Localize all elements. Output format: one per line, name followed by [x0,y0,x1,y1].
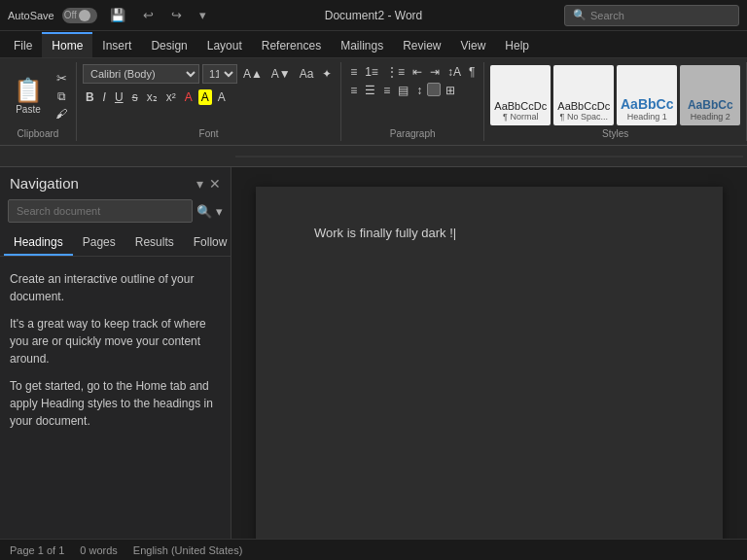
nav-info-1: Create an interactive outline of your do… [10,270,221,305]
nav-search-button[interactable]: 🔍 [196,204,212,219]
clipboard-content: 📋 Paste ✂ ⧉ 🖌 [6,64,70,126]
ruler-area [231,149,747,164]
change-case-button[interactable]: Aa [297,66,317,82]
format-painter-button[interactable]: 🖌 [53,106,70,122]
copy-button[interactable]: ⧉ [53,88,70,104]
font-family-select[interactable]: Calibri (Body) [83,64,199,84]
ribbon-tabs: File Home Insert Design Layout Reference… [0,31,747,58]
decrease-font-button[interactable]: A▼ [268,66,294,82]
clipboard-label: Clipboard [6,126,70,139]
style-h2-label: Heading 2 [691,112,730,122]
text-effect-button[interactable]: A [215,89,229,105]
undo-icon[interactable]: ↩ [138,6,159,24]
nav-search-dropdown[interactable]: ▾ [216,204,223,219]
paragraph-label: Paragraph [347,126,478,139]
customize-icon[interactable]: ▾ [195,6,211,24]
para-bottom-row: ≡ ☰ ≡ ▤ ↕ ⊞ [347,83,478,98]
bold-button[interactable]: B [83,89,97,105]
style-heading1[interactable]: AaBbCc Heading 1 [617,65,677,125]
redo-icon[interactable]: ↪ [166,6,187,24]
strikethrough-button[interactable]: s [129,89,141,105]
justify-button[interactable]: ▤ [395,83,411,98]
style-h1-preview: AaBbCc [621,96,673,112]
para-top-row: ≡ 1≡ ⋮≡ ⇤ ⇥ ↕A ¶ [347,64,478,80]
line-spacing-button[interactable]: ↕ [413,83,425,98]
cut-button[interactable]: ✂ [53,70,70,87]
document-text[interactable]: Work is finally fully dark ! [314,226,456,240]
nav-tab-results[interactable]: Results [125,230,184,256]
ribbon: 📋 Paste ✂ ⧉ 🖌 Clipboard Calibri (Body) 1… [0,58,747,146]
subscript-button[interactable]: x₂ [144,89,160,105]
title-bar-right: 🔍 Search [564,5,739,26]
tab-mailings[interactable]: Mailings [331,32,393,57]
page-info: Page 1 of 1 [10,544,64,556]
tab-home[interactable]: Home [42,32,92,57]
tab-help[interactable]: Help [495,32,539,57]
nav-tab-follow[interactable]: Follow [184,230,237,256]
paste-icon: 📋 [14,77,43,104]
clear-format-button[interactable]: ✦ [319,66,335,82]
tab-insert[interactable]: Insert [92,32,141,57]
tab-review[interactable]: Review [393,32,450,57]
align-center-button[interactable]: ☰ [362,83,378,98]
search-icon: 🔍 [573,9,587,21]
language: English (United States) [133,544,243,556]
font-size-select[interactable]: 11 [202,64,237,84]
nav-title: Navigation [10,175,79,192]
align-right-button[interactable]: ≡ [380,83,393,98]
font-controls: Calibri (Body) 11 A▲ A▼ Aa ✦ B I U s x₂ … [83,64,335,126]
nav-menu-button[interactable]: ▾ [196,176,203,192]
font-color-button[interactable]: A [182,89,196,105]
nav-tabs: Headings Pages Results Follow [0,230,231,257]
document-area[interactable]: Work is finally fully dark ! [231,167,747,560]
document-page[interactable]: Work is finally fully dark ! [256,187,723,560]
superscript-button[interactable]: x² [163,89,179,105]
style-normal-preview: AaBbCcDc [494,100,547,112]
show-marks-button[interactable]: ¶ [466,64,478,80]
italic-button[interactable]: I [100,89,109,105]
highlight-button[interactable]: A [198,89,212,105]
tab-design[interactable]: Design [141,32,196,57]
tab-file[interactable]: File [4,32,42,57]
increase-indent-button[interactable]: ⇥ [427,64,443,80]
style-h2-preview: AaBbCc [688,98,733,112]
bullets-button[interactable]: ≡ [347,64,360,80]
tab-references[interactable]: References [252,32,331,57]
style-nospace-preview: AaBbCcDc [557,100,610,112]
word-count: 0 words [80,544,118,556]
font-bottom-row: B I U s x₂ x² A A A [83,89,335,105]
numbering-button[interactable]: 1≡ [362,64,381,80]
nav-tab-headings[interactable]: Headings [4,230,73,256]
save-icon[interactable]: 💾 [105,6,130,24]
styles-label: Styles [490,126,740,139]
style-nospace[interactable]: AaBbCcDc ¶ No Spac... [553,65,614,125]
title-search-box[interactable]: 🔍 Search [564,5,739,26]
nav-search-input[interactable] [8,199,193,223]
nav-search-row: 🔍 ▾ [0,199,231,230]
autosave-toggle[interactable]: Off [62,8,97,23]
underline-button[interactable]: U [112,89,126,105]
status-bar: Page 1 of 1 0 words English (United Stat… [0,539,747,560]
paragraph-group: ≡ 1≡ ⋮≡ ⇤ ⇥ ↕A ¶ ≡ ☰ ≡ ▤ ↕ ⊞ Paragraph [341,62,484,141]
main-area: Navigation ▾ ✕ 🔍 ▾ Headings Pages Result… [0,167,747,560]
style-previews: AaBbCcDc ¶ Normal AaBbCcDc ¶ No Spac... … [490,64,740,126]
align-left-button[interactable]: ≡ [347,83,360,98]
nav-close-button[interactable]: ✕ [209,176,221,192]
sort-button[interactable]: ↕A [445,64,464,80]
nav-controls: ▾ ✕ [196,176,221,192]
paragraph-controls: ≡ 1≡ ⋮≡ ⇤ ⇥ ↕A ¶ ≡ ☰ ≡ ▤ ↕ ⊞ [347,64,478,126]
tab-layout[interactable]: Layout [197,32,252,57]
shading-button[interactable] [427,83,441,96]
nav-tab-pages[interactable]: Pages [73,230,125,256]
multilevel-button[interactable]: ⋮≡ [383,64,408,80]
style-heading2[interactable]: AaBbCc Heading 2 [680,65,740,125]
increase-font-button[interactable]: A▲ [240,66,266,82]
nav-header: Navigation ▾ ✕ [0,167,231,199]
borders-button[interactable]: ⊞ [443,83,458,98]
style-normal[interactable]: AaBbCcDc ¶ Normal [490,65,551,125]
paste-button[interactable]: 📋 Paste [6,73,51,119]
tab-view[interactable]: View [451,32,496,57]
font-top-row: Calibri (Body) 11 A▲ A▼ Aa ✦ [83,64,335,84]
style-h1-label: Heading 1 [627,112,667,122]
decrease-indent-button[interactable]: ⇤ [409,64,425,80]
